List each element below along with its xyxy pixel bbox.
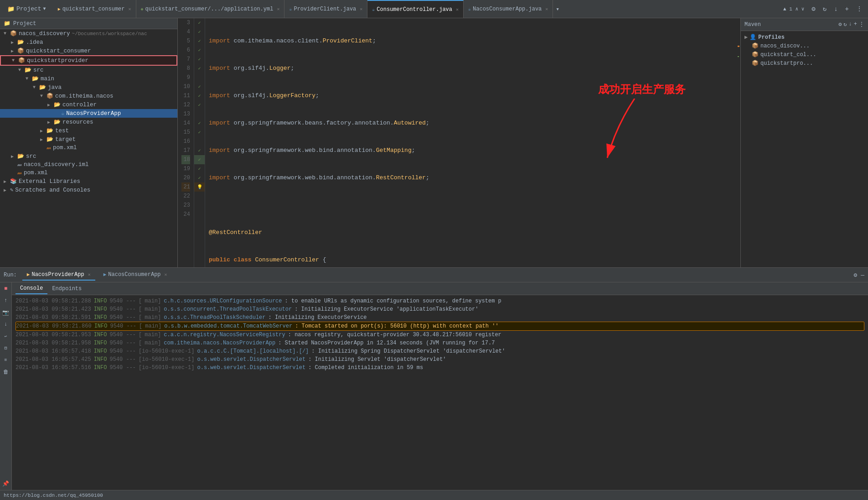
endpoints-tab[interactable]: Endpoints xyxy=(47,284,86,294)
gutter-icons: ✓ ✓ ✓ ✓ ✓ ✓ ✓ ✓ ✓ ✓ ✓ ✓ ✓ ✓ xyxy=(194,18,205,267)
scroll-up-button[interactable]: ↑ xyxy=(1,296,10,305)
iml-icon: 𝓂 xyxy=(17,161,22,168)
tab-icon-5: ☕ xyxy=(468,6,471,12)
log-line-9: 2021-08-03 16:05:57.516 INFO 9540 --- [i… xyxy=(16,364,864,372)
maven-refresh-icon[interactable]: ↻ xyxy=(843,21,847,28)
tree-item-src-root[interactable]: ▶ 📂 src xyxy=(0,152,177,161)
console-action-3[interactable]: ≡ xyxy=(1,355,10,365)
maven-add-icon[interactable]: + xyxy=(854,21,857,28)
maven-gear-icon[interactable]: ⚙ xyxy=(838,21,842,28)
pin-button[interactable]: 📌 xyxy=(1,479,10,488)
maven-project-1[interactable]: 📦 nacos_discov... xyxy=(741,42,868,50)
maven-project-2[interactable]: 📦 quickstart_col... xyxy=(741,50,868,59)
code-content: import com.itheima.nacos.client.Provider… xyxy=(205,18,737,267)
tree-arrow: ▼ xyxy=(12,58,18,63)
java-file-icon: ☕ xyxy=(61,110,64,117)
tree-item-target[interactable]: ▶ 📂 target xyxy=(0,135,177,144)
tab-more-button[interactable]: ▾ xyxy=(553,0,562,18)
tree-item-java[interactable]: ▼ 📂 java xyxy=(0,83,177,92)
project-panel-icon: 📁 xyxy=(4,20,10,27)
download-icon[interactable]: ↓ xyxy=(832,5,839,14)
xml-icon: 𝓂 xyxy=(46,145,51,151)
maven-more-icon[interactable]: ⋮ xyxy=(859,21,864,28)
tree-item-package[interactable]: ▼ 📦 com.itheima.nacos xyxy=(0,92,177,100)
bottom-main: Console Endpoints 2021-08-03 09:58:21.28… xyxy=(12,282,868,490)
tree-item-controller[interactable]: ▶ 📂 controller xyxy=(0,100,177,109)
run-tab-close-consumer[interactable]: ✕ xyxy=(165,272,167,277)
tab-application-yml[interactable]: ◆ quickstart_consumer/.../application.ym… xyxy=(136,0,285,18)
run-settings-button[interactable]: ⚙ — xyxy=(854,271,864,279)
tree-item-main[interactable]: ▼ 📂 main xyxy=(0,74,177,83)
maven-project-label-1: nacos_discov... xyxy=(760,43,810,49)
project-title[interactable]: 📁 Project ▼ xyxy=(4,4,50,15)
tab-close-2[interactable]: ✕ xyxy=(277,6,279,12)
maven-project-label-3: quickstartpro... xyxy=(760,60,813,67)
status-bar: https://blog.csdn.net/qq_45950100 xyxy=(0,490,868,500)
tree-item-idea[interactable]: ▶ 📂 .idea xyxy=(0,38,177,47)
tree-item-scratches[interactable]: ▶ ✎ Scratches and Consoles xyxy=(0,186,177,194)
gear-icon[interactable]: ⚙ xyxy=(810,4,817,14)
tab-consumer-controller[interactable]: ☕ ConsumerController.java ✕ xyxy=(367,0,464,18)
folder-icon: 📂 xyxy=(46,136,53,143)
module-icon: 📦 xyxy=(10,30,17,37)
run-tabs-header: Run: ▶ NacosProviderApp ✕ ▶ NacosConsume… xyxy=(0,268,868,282)
tab-close-4[interactable]: ✕ xyxy=(456,7,459,12)
tab-nacos-consumer-app[interactable]: ☕ NacosConsumerApp.java ✕ xyxy=(464,0,553,18)
tab-label-5: NacosConsumerApp.java xyxy=(473,6,542,12)
run-tab-close-provider[interactable]: ✕ xyxy=(88,272,91,277)
project-panel: 📁 Project ▼ 📦 nacos_discovery ~/Document… xyxy=(0,18,178,267)
tree-item-pom-root[interactable]: ▶ 𝓂 pom.xml xyxy=(0,169,177,177)
log-line-3: 2021-08-03 09:58:21.591 INFO 9540 --- [ … xyxy=(16,313,864,322)
tree-item-iml[interactable]: ▶ 𝓂 nacos_discovery.iml xyxy=(0,161,177,169)
folder-icon: 📂 xyxy=(46,127,53,134)
tree-item-quickstart-consumer[interactable]: ▶ 📦 quickstart_consumer xyxy=(0,47,177,55)
tree-item-external-libraries[interactable]: ▶ 📚 External Libraries xyxy=(0,177,177,186)
tree-arrow: ▼ xyxy=(18,68,25,73)
wrap-button[interactable]: ↩ xyxy=(1,332,10,341)
tree-item-nacos-discovery[interactable]: ▼ 📦 nacos_discovery ~/Documents/workspac… xyxy=(0,29,177,38)
refresh-icon[interactable]: ↻ xyxy=(821,4,828,14)
trash-button[interactable]: 🗑 xyxy=(1,367,10,376)
tab-label-1: quickstart_consumer xyxy=(62,6,125,12)
tab-label-4: ConsumerController.java xyxy=(377,6,452,13)
folder-icon: 📂 xyxy=(32,75,39,82)
tab-close-5[interactable]: ✕ xyxy=(545,6,548,12)
run-tab-consumer[interactable]: ▶ NacosConsumerApp ✕ xyxy=(99,270,172,281)
tree-arrow: ▼ xyxy=(4,31,10,36)
code-editor-wrapper: 3 4 5 6 7 8 9 10 11 12 13 14 15 16 17 18 xyxy=(178,18,740,267)
tab-quickstart-consumer[interactable]: ▶ quickstart_consumer ✕ xyxy=(53,0,136,18)
scroll-down-button[interactable]: ↓ xyxy=(1,320,10,329)
run-tab-provider[interactable]: ▶ NacosProviderApp ✕ xyxy=(22,270,95,281)
camera-button[interactable]: 📷 xyxy=(1,308,10,317)
folder-icon: 📂 xyxy=(54,101,61,108)
maven-download-icon[interactable]: ↓ xyxy=(849,21,852,28)
tab-close-1[interactable]: ✕ xyxy=(128,6,131,12)
filter-button[interactable]: ⊟ xyxy=(1,344,10,353)
tab-provider-client[interactable]: ☕ ProviderClient.java ✕ xyxy=(284,0,367,18)
tree-item-pom-inner[interactable]: ▶ 𝓂 pom.xml xyxy=(0,144,177,152)
more-icon[interactable]: ⋮ xyxy=(854,4,864,14)
project-dropdown-icon: ▼ xyxy=(43,6,46,11)
tab-close-3[interactable]: ✕ xyxy=(360,6,362,12)
java-folder-icon: 📂 xyxy=(39,84,46,91)
log-line-8: 2021-08-03 16:05:57.425 INFO 9540 --- [i… xyxy=(16,355,864,364)
log-line-6: 2021-08-03 09:58:21.958 INFO 9540 --- [ … xyxy=(16,339,864,347)
bottom-panel: Run: ▶ NacosProviderApp ✕ ▶ NacosConsume… xyxy=(0,267,868,500)
code-editor[interactable]: 3 4 5 6 7 8 9 10 11 12 13 14 15 16 17 18 xyxy=(178,18,740,267)
console-tab[interactable]: Console xyxy=(16,283,47,294)
maven-project-3[interactable]: 📦 quickstartpro... xyxy=(741,59,868,68)
top-bar-actions: ▲ 1 ∧ ∨ ⚙ ↻ ↓ + ⋮ xyxy=(781,4,864,14)
tree-item-test[interactable]: ▶ 📂 test xyxy=(0,126,177,135)
tab-label-3: ProviderClient.java xyxy=(294,6,356,12)
maven-profiles-header[interactable]: ▶ 👤 Profiles xyxy=(741,33,868,42)
tab-icon-4: ☕ xyxy=(372,7,375,12)
tree-arrow: ▶ xyxy=(4,179,10,184)
tree-item-nacos-provider-app[interactable]: ▶ ☕ NacosProviderApp xyxy=(0,109,177,118)
tree-arrow: ▼ xyxy=(26,76,32,81)
expand-icon[interactable]: + xyxy=(843,5,851,14)
tree-item-resources[interactable]: ▶ 📂 resources xyxy=(0,118,177,126)
tree-item-src[interactable]: ▼ 📂 src xyxy=(0,66,177,74)
stop-button[interactable]: ■ xyxy=(1,284,10,293)
tree-item-quickstart-provider[interactable]: ▼ 📦 quickstartprovider xyxy=(0,55,177,66)
xml-icon: 𝓂 xyxy=(17,170,22,176)
